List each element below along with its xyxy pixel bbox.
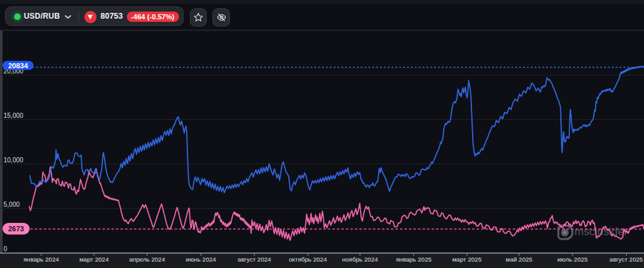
svg-text:июль 2025: июль 2025	[558, 256, 588, 263]
svg-text:апрель 2024: апрель 2024	[129, 256, 166, 263]
svg-text:15,000: 15,000	[4, 112, 24, 119]
svg-text:январь 2024: январь 2024	[23, 256, 59, 263]
svg-text:март 2025: март 2025	[452, 256, 481, 263]
svg-text:10,000: 10,000	[4, 157, 24, 164]
svg-text:август 2025: август 2025	[610, 256, 643, 263]
svg-text:август 2024: август 2024	[238, 256, 271, 263]
svg-text:октябрь 2024: октябрь 2024	[289, 256, 327, 263]
svg-text:0: 0	[4, 245, 8, 253]
svg-text:июнь 2024: июнь 2024	[186, 256, 217, 263]
svg-text:январь 2025: январь 2025	[396, 256, 431, 263]
svg-text:5,000: 5,000	[4, 201, 20, 208]
svg-text:март 2024: март 2024	[79, 256, 109, 263]
svg-text:май 2025: май 2025	[506, 256, 532, 263]
svg-text:2673: 2673	[8, 225, 24, 233]
svg-text:ноябрь 2024: ноябрь 2024	[342, 256, 378, 263]
svg-text:20834: 20834	[8, 62, 28, 70]
